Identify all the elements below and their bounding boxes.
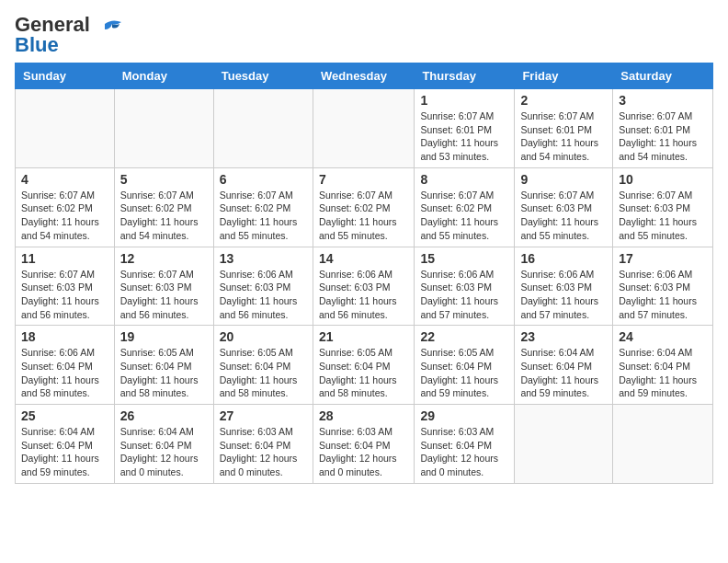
day-number: 13 [220,251,307,266]
day-info: Sunrise: 6:05 AM Sunset: 6:04 PM Dayligh… [220,346,307,400]
calendar-cell: 2Sunrise: 6:07 AM Sunset: 6:01 PM Daylig… [515,89,613,168]
weekday-header-saturday: Saturday [613,63,713,89]
day-number: 4 [21,172,108,187]
day-info: Sunrise: 6:07 AM Sunset: 6:03 PM Dayligh… [619,189,707,243]
day-info: Sunrise: 6:07 AM Sunset: 6:01 PM Dayligh… [520,109,607,164]
day-number: 1 [420,93,508,108]
logo-blue: Blue [15,33,59,56]
day-info: Sunrise: 6:04 AM Sunset: 6:04 PM Dayligh… [21,425,108,479]
weekday-header-wednesday: Wednesday [313,63,414,89]
calendar: SundayMondayTuesdayWednesdayThursdayFrid… [15,63,713,484]
calendar-body: 1Sunrise: 6:07 AM Sunset: 6:01 PM Daylig… [16,89,713,484]
day-info: Sunrise: 6:06 AM Sunset: 6:03 PM Dayligh… [619,268,707,322]
calendar-cell: 29Sunrise: 6:03 AM Sunset: 6:04 PM Dayli… [415,405,515,484]
calendar-cell [16,89,115,168]
day-info: Sunrise: 6:03 AM Sunset: 6:04 PM Dayligh… [220,425,307,479]
weekday-header-thursday: Thursday [415,63,515,89]
day-number: 29 [420,408,508,423]
day-number: 14 [319,251,408,266]
weekday-header-monday: Monday [114,63,213,89]
calendar-cell: 6Sunrise: 6:07 AM Sunset: 6:02 PM Daylig… [213,167,313,247]
calendar-cell: 24Sunrise: 6:04 AM Sunset: 6:04 PM Dayli… [613,326,713,405]
day-number: 3 [619,93,707,108]
calendar-cell: 23Sunrise: 6:04 AM Sunset: 6:04 PM Dayli… [515,326,613,405]
header: General Blue [15,15,713,55]
day-number: 19 [120,329,208,344]
day-number: 16 [520,251,607,266]
calendar-cell [213,89,313,168]
day-number: 20 [220,329,307,344]
day-info: Sunrise: 6:06 AM Sunset: 6:03 PM Dayligh… [220,268,307,322]
day-info: Sunrise: 6:03 AM Sunset: 6:04 PM Dayligh… [420,425,508,479]
calendar-cell: 18Sunrise: 6:06 AM Sunset: 6:04 PM Dayli… [16,326,115,405]
calendar-week-5: 25Sunrise: 6:04 AM Sunset: 6:04 PM Dayli… [16,405,713,484]
calendar-week-2: 4Sunrise: 6:07 AM Sunset: 6:02 PM Daylig… [16,167,713,247]
day-info: Sunrise: 6:07 AM Sunset: 6:02 PM Dayligh… [120,189,208,243]
calendar-cell: 8Sunrise: 6:07 AM Sunset: 6:02 PM Daylig… [415,167,515,247]
day-number: 18 [21,329,108,344]
calendar-cell: 13Sunrise: 6:06 AM Sunset: 6:03 PM Dayli… [213,247,313,326]
calendar-cell: 27Sunrise: 6:03 AM Sunset: 6:04 PM Dayli… [213,405,313,484]
calendar-cell: 19Sunrise: 6:05 AM Sunset: 6:04 PM Dayli… [114,326,213,405]
calendar-cell: 17Sunrise: 6:06 AM Sunset: 6:03 PM Dayli… [613,247,713,326]
calendar-cell: 12Sunrise: 6:07 AM Sunset: 6:03 PM Dayli… [114,247,213,326]
day-info: Sunrise: 6:04 AM Sunset: 6:04 PM Dayligh… [520,346,607,400]
day-number: 24 [619,329,707,344]
calendar-header: SundayMondayTuesdayWednesdayThursdayFrid… [16,63,713,89]
day-number: 12 [120,251,208,266]
weekday-header-tuesday: Tuesday [213,63,313,89]
day-info: Sunrise: 6:05 AM Sunset: 6:04 PM Dayligh… [319,346,408,400]
day-number: 17 [619,251,707,266]
day-number: 10 [619,172,707,187]
day-number: 26 [120,408,208,423]
day-number: 21 [319,329,408,344]
calendar-week-1: 1Sunrise: 6:07 AM Sunset: 6:01 PM Daylig… [16,89,713,168]
day-number: 8 [420,172,508,187]
weekday-header-row: SundayMondayTuesdayWednesdayThursdayFrid… [16,63,713,89]
day-number: 5 [120,172,208,187]
day-info: Sunrise: 6:05 AM Sunset: 6:04 PM Dayligh… [120,346,208,400]
day-info: Sunrise: 6:04 AM Sunset: 6:04 PM Dayligh… [619,346,707,400]
calendar-cell: 9Sunrise: 6:07 AM Sunset: 6:03 PM Daylig… [515,167,613,247]
day-number: 27 [220,408,307,423]
calendar-cell: 3Sunrise: 6:07 AM Sunset: 6:01 PM Daylig… [613,89,713,168]
calendar-cell: 11Sunrise: 6:07 AM Sunset: 6:03 PM Dayli… [16,247,115,326]
day-number: 6 [220,172,307,187]
day-info: Sunrise: 6:06 AM Sunset: 6:03 PM Dayligh… [520,268,607,322]
calendar-cell: 22Sunrise: 6:05 AM Sunset: 6:04 PM Dayli… [415,326,515,405]
calendar-cell: 21Sunrise: 6:05 AM Sunset: 6:04 PM Dayli… [313,326,414,405]
logo-text: General Blue [15,15,90,55]
day-number: 22 [420,329,508,344]
day-number: 9 [520,172,607,187]
calendar-week-3: 11Sunrise: 6:07 AM Sunset: 6:03 PM Dayli… [16,247,713,326]
calendar-cell [613,405,713,484]
weekday-header-sunday: Sunday [16,63,115,89]
calendar-cell: 7Sunrise: 6:07 AM Sunset: 6:02 PM Daylig… [313,167,414,247]
calendar-cell: 1Sunrise: 6:07 AM Sunset: 6:01 PM Daylig… [415,89,515,168]
day-number: 25 [21,408,108,423]
day-number: 28 [319,408,408,423]
calendar-cell: 25Sunrise: 6:04 AM Sunset: 6:04 PM Dayli… [16,405,115,484]
calendar-cell: 28Sunrise: 6:03 AM Sunset: 6:04 PM Dayli… [313,405,414,484]
day-info: Sunrise: 6:07 AM Sunset: 6:02 PM Dayligh… [420,189,508,243]
logo-bird-icon [96,17,123,44]
calendar-cell: 14Sunrise: 6:06 AM Sunset: 6:03 PM Dayli… [313,247,414,326]
day-info: Sunrise: 6:05 AM Sunset: 6:04 PM Dayligh… [420,346,508,400]
logo: General Blue [15,15,123,55]
day-info: Sunrise: 6:07 AM Sunset: 6:01 PM Dayligh… [420,109,508,164]
calendar-cell: 20Sunrise: 6:05 AM Sunset: 6:04 PM Dayli… [213,326,313,405]
calendar-cell [515,405,613,484]
calendar-cell: 26Sunrise: 6:04 AM Sunset: 6:04 PM Dayli… [114,405,213,484]
day-info: Sunrise: 6:04 AM Sunset: 6:04 PM Dayligh… [120,425,208,479]
calendar-cell: 10Sunrise: 6:07 AM Sunset: 6:03 PM Dayli… [613,167,713,247]
day-info: Sunrise: 6:07 AM Sunset: 6:03 PM Dayligh… [21,268,108,322]
day-number: 15 [420,251,508,266]
day-info: Sunrise: 6:07 AM Sunset: 6:03 PM Dayligh… [120,268,208,322]
day-info: Sunrise: 6:07 AM Sunset: 6:02 PM Dayligh… [319,189,408,243]
weekday-header-friday: Friday [515,63,613,89]
day-number: 2 [520,93,607,108]
day-info: Sunrise: 6:06 AM Sunset: 6:03 PM Dayligh… [319,268,408,322]
calendar-cell: 16Sunrise: 6:06 AM Sunset: 6:03 PM Dayli… [515,247,613,326]
calendar-cell: 4Sunrise: 6:07 AM Sunset: 6:02 PM Daylig… [16,167,115,247]
calendar-cell: 5Sunrise: 6:07 AM Sunset: 6:02 PM Daylig… [114,167,213,247]
